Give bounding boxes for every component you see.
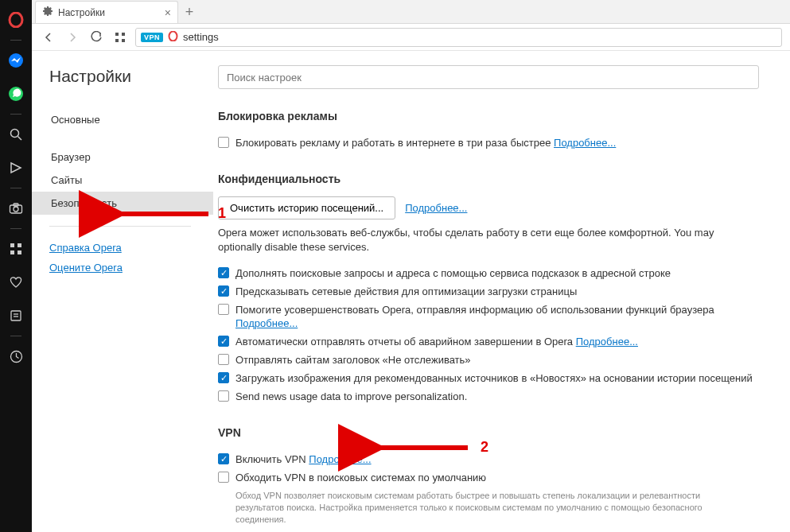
privacy-item: Send news usage data to improve personal… [218, 387, 759, 406]
section-privacy: Конфиденциальность Очистить историю посе… [218, 173, 759, 406]
privacy-item: Помогите усовершенствовать Opera, отправ… [218, 301, 759, 332]
privacy-item: Загружать изображения для рекомендованны… [218, 369, 759, 387]
adblock-label: Блокировать рекламу и работать в интерне… [235, 137, 551, 149]
section-heading: VPN [218, 426, 759, 439]
tab-strip: Настройки × + [32, 0, 790, 24]
whatsapp-icon[interactable] [0, 79, 32, 109]
svg-rect-18 [115, 39, 119, 42]
svg-rect-10 [10, 250, 14, 254]
messenger-icon[interactable] [0, 45, 32, 76]
privacy-label: Отправлять сайтам заголовок «Не отслежив… [235, 354, 471, 366]
checkbox-privacy-3[interactable] [218, 336, 229, 347]
checkbox-privacy-5[interactable] [218, 372, 229, 383]
privacy-item: Автоматически отправлять отчеты об авари… [218, 332, 759, 351]
checkbox-privacy-4[interactable] [218, 354, 229, 365]
speed-dial-button[interactable] [111, 29, 129, 46]
privacy-label: Send news usage data to improve personal… [235, 390, 467, 402]
search-icon[interactable] [0, 119, 32, 150]
play-icon[interactable] [0, 153, 32, 183]
svg-point-3 [11, 130, 19, 138]
privacy-item: Дополнять поисковые запросы и адреса с п… [218, 264, 759, 282]
gear-icon [42, 6, 53, 19]
history-icon[interactable] [0, 341, 32, 371]
section-heading: Конфиденциальность [218, 173, 759, 185]
svg-rect-19 [122, 39, 125, 42]
section-adblock: Блокировка рекламы Блокировать рекламу и… [218, 110, 759, 152]
svg-point-20 [169, 31, 177, 41]
close-icon[interactable]: × [165, 7, 171, 18]
checkbox-adblock[interactable] [218, 137, 229, 148]
clear-history-more-link[interactable]: Подробнее... [405, 202, 467, 214]
heart-icon[interactable] [0, 267, 32, 297]
vpn-enable-label: Включить VPN [235, 453, 306, 465]
privacy-label: Помогите усовершенствовать Opera, отправ… [235, 304, 714, 316]
adblock-more-link[interactable]: Подробнее... [554, 137, 616, 149]
privacy-item: Отправлять сайтам заголовок «Не отслежив… [218, 351, 759, 369]
checkbox-privacy-6[interactable] [218, 390, 229, 402]
vpn-bypass-label: Обходить VPN в поисковых системах по умо… [235, 471, 486, 484]
section-vpn: VPN Включить VPN Подробнее... Обходить V… [218, 426, 759, 532]
checkbox-privacy-0[interactable] [218, 267, 229, 278]
nav-link-rate[interactable]: Оцените Opera [49, 258, 207, 278]
svg-line-4 [18, 137, 22, 141]
opera-logo-icon[interactable] [0, 5, 32, 35]
opera-favicon-icon [168, 31, 178, 44]
checkbox-enable-vpn[interactable] [218, 453, 229, 464]
address-text: settings [183, 31, 219, 43]
nav-item-security[interactable]: Безопасность [32, 192, 213, 215]
settings-main: Блокировка рекламы Блокировать рекламу и… [207, 51, 790, 532]
vpn-more-link[interactable]: Подробнее... [309, 453, 371, 465]
tab-settings[interactable]: Настройки × [35, 1, 178, 23]
nav-item-browser[interactable]: Браузер [49, 146, 207, 169]
reload-button[interactable] [88, 29, 105, 46]
checkbox-bypass-vpn[interactable] [218, 472, 229, 483]
clear-history-button[interactable]: Очистить историю посещений... [218, 196, 395, 219]
svg-point-0 [10, 13, 22, 27]
nav-link-help[interactable]: Справка Opera [49, 238, 207, 258]
privacy-label: Автоматически отправлять отчеты об авари… [235, 336, 573, 348]
new-tab-button[interactable]: + [178, 1, 200, 23]
settings-sidebar: Настройки Основные Браузер Сайты Безопас… [32, 51, 207, 532]
grid-icon[interactable] [0, 234, 32, 264]
address-bar[interactable]: VPN settings [135, 28, 782, 47]
checkbox-privacy-2[interactable] [218, 304, 229, 315]
svg-rect-11 [18, 250, 21, 254]
privacy-label: Дополнять поисковые запросы и адреса с п… [235, 267, 671, 279]
svg-point-6 [14, 207, 18, 212]
news-icon[interactable] [0, 301, 32, 331]
tab-title: Настройки [58, 7, 160, 18]
forward-button[interactable] [64, 29, 81, 46]
svg-rect-9 [18, 243, 21, 247]
svg-rect-17 [122, 33, 125, 36]
privacy-item: Предсказывать сетевые действия для оптим… [218, 282, 759, 301]
nav-item-sites[interactable]: Сайты [49, 169, 207, 192]
camera-icon[interactable] [0, 193, 32, 223]
search-settings-input[interactable] [218, 65, 759, 89]
privacy-label: Предсказывать сетевые действия для оптим… [235, 285, 577, 297]
privacy-more-link[interactable]: Подробнее... [576, 336, 638, 348]
opera-sidebar [0, 0, 32, 532]
nav-item-basic[interactable]: Основные [49, 108, 207, 131]
vpn-bypass-note: Обход VPN позволяет поисковым системам р… [235, 490, 745, 526]
svg-rect-8 [10, 243, 14, 247]
vpn-badge[interactable]: VPN [141, 33, 163, 42]
checkbox-privacy-1[interactable] [218, 285, 229, 297]
back-button[interactable] [40, 29, 57, 46]
toolbar: VPN settings [32, 24, 790, 51]
privacy-label: Загружать изображения для рекомендованны… [235, 372, 753, 384]
privacy-paragraph: Opera может использовать веб-службы, что… [218, 226, 759, 254]
section-heading: Блокировка рекламы [218, 110, 759, 122]
svg-rect-16 [115, 33, 119, 36]
page-title: Настройки [49, 67, 207, 86]
privacy-more-link[interactable]: Подробнее... [235, 317, 298, 329]
svg-rect-12 [11, 311, 21, 320]
